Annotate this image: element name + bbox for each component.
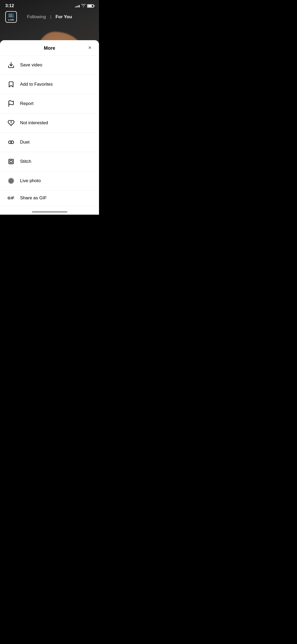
heart-broken-icon xyxy=(6,118,16,128)
live-button[interactable]: 📺 LIVE xyxy=(5,11,17,23)
home-indicator xyxy=(32,211,67,213)
top-nav: 📺 LIVE Following | For You xyxy=(0,12,99,22)
bookmark-icon xyxy=(6,80,16,89)
sheet-header: More × xyxy=(0,40,99,56)
svg-point-9 xyxy=(10,179,13,183)
for-you-tab[interactable]: For You xyxy=(55,14,72,20)
save-video-item[interactable]: Save video xyxy=(0,56,99,75)
bottom-sheet: More × Save video Add to Favorites xyxy=(0,40,99,215)
duet-label: Duet xyxy=(20,140,30,145)
share-gif-label: Share as GIF xyxy=(20,195,47,201)
sheet-title: More xyxy=(44,45,55,51)
svg-rect-6 xyxy=(9,159,13,164)
gif-icon: GIF xyxy=(6,196,16,200)
live-photo-icon xyxy=(6,176,16,186)
report-label: Report xyxy=(20,101,34,106)
live-photo-label: Live photo xyxy=(20,178,41,183)
following-tab[interactable]: Following xyxy=(27,14,46,20)
report-item[interactable]: Report xyxy=(0,94,99,113)
svg-point-8 xyxy=(10,180,12,182)
duet-item[interactable]: Duet xyxy=(0,133,99,152)
svg-rect-7 xyxy=(10,160,12,163)
live-label: LIVE xyxy=(8,19,14,21)
duet-icon xyxy=(6,137,16,147)
status-bar: 3:12 xyxy=(0,0,99,12)
not-interested-label: Not interested xyxy=(20,120,48,126)
stitch-label: Stitch xyxy=(20,159,31,164)
nav-divider: | xyxy=(50,15,51,19)
signal-icon xyxy=(75,4,80,7)
save-video-label: Save video xyxy=(20,62,42,68)
battery-icon xyxy=(87,4,94,8)
not-interested-item[interactable]: Not interested xyxy=(0,113,99,133)
wifi-icon xyxy=(81,4,86,8)
status-time: 3:12 xyxy=(5,3,14,8)
nav-tabs: Following | For You xyxy=(27,14,72,20)
tv-icon: 📺 xyxy=(8,12,14,17)
live-photo-item[interactable]: Live photo xyxy=(0,171,99,191)
flag-icon xyxy=(6,99,16,108)
add-favorites-label: Add to Favorites xyxy=(20,82,53,87)
status-icons xyxy=(75,4,94,8)
download-icon xyxy=(6,60,16,70)
close-button[interactable]: × xyxy=(86,44,94,52)
stitch-icon xyxy=(6,157,16,166)
stitch-item[interactable]: Stitch xyxy=(0,152,99,171)
add-favorites-item[interactable]: Add to Favorites xyxy=(0,75,99,94)
share-gif-item[interactable]: GIF Share as GIF xyxy=(0,191,99,206)
